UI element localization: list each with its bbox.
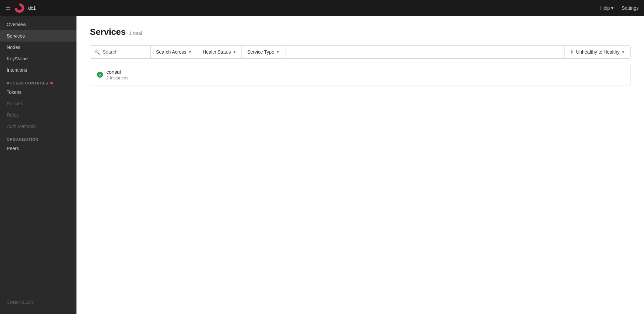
health-status-button[interactable]: Health Status ▼ — [197, 46, 242, 58]
sort-button[interactable]: ⇕ Unhealthy to Healthy ▼ — [564, 46, 630, 58]
topbar-right: Help ▾ Settings — [600, 5, 639, 11]
help-chevron-icon: ▾ — [611, 5, 613, 11]
sidebar-item-services[interactable]: Services — [0, 30, 76, 42]
sidebar-item-roles: Roles — [0, 109, 76, 121]
sidebar-item-label: Policies — [7, 101, 23, 106]
search-box: 🔍 — [90, 46, 151, 58]
settings-link[interactable]: Settings — [622, 5, 639, 11]
service-name: consul — [106, 69, 128, 75]
search-across-label: Search Across — [156, 49, 186, 55]
sort-icon: ⇕ — [570, 49, 574, 55]
topbar-left: ☰ dc1 — [5, 3, 36, 13]
service-details: consul 2 instances — [106, 69, 128, 80]
page-header: Services 1 total — [90, 27, 631, 37]
sidebar-item-peers[interactable]: Peers — [0, 143, 76, 154]
search-input[interactable] — [103, 49, 146, 55]
sidebar-item-label: Tokens — [7, 89, 21, 95]
sidebar-item-label: Overview — [7, 22, 26, 27]
hamburger-icon[interactable]: ☰ — [5, 4, 11, 12]
sidebar-footer: Consul v1.15.0 — [0, 296, 76, 309]
sidebar-nav: Overview Services Nodes Key/Value Intent… — [0, 16, 76, 296]
sidebar-item-label: Intentions — [7, 67, 27, 73]
table-row[interactable]: consul 2 instances — [90, 64, 630, 85]
health-status-chevron-icon: ▼ — [233, 50, 236, 54]
sidebar-item-label: Peers — [7, 146, 19, 151]
access-controls-section: ACCESS CONTROLS — [0, 76, 76, 86]
main-content: Services 1 total 🔍 Search Across ▼ Healt… — [76, 16, 644, 314]
sidebar-item-label: Key/Value — [7, 56, 28, 61]
sidebar-item-label: Services — [7, 33, 25, 39]
sidebar-item-policies: Policies — [0, 98, 76, 109]
organization-label: ORGANIZATION — [7, 137, 39, 141]
sidebar-item-auth-methods: Auth Methods — [0, 121, 76, 132]
service-instances: 2 instances — [106, 75, 128, 80]
sort-label: Unhealthy to Healthy — [576, 49, 620, 55]
sidebar-item-intentions[interactable]: Intentions — [0, 64, 76, 76]
health-passing-icon — [97, 72, 103, 78]
topbar: ☰ dc1 Help ▾ Settings — [0, 0, 644, 16]
sidebar-item-tokens[interactable]: Tokens — [0, 86, 76, 98]
consul-logo-icon — [15, 3, 24, 13]
search-across-button[interactable]: Search Across ▼ — [151, 46, 197, 58]
settings-label: Settings — [622, 5, 639, 11]
sidebar-item-keyvalue[interactable]: Key/Value — [0, 53, 76, 64]
page-title: Services — [90, 27, 126, 37]
version-label: Consul v1.15.0 — [7, 300, 34, 305]
page-count: 1 total — [129, 30, 142, 36]
service-type-chevron-icon: ▼ — [276, 50, 280, 54]
sidebar-item-overview[interactable]: Overview — [0, 19, 76, 30]
sidebar-item-label: Auth Methods — [7, 124, 36, 129]
service-type-button[interactable]: Service Type ▼ — [242, 46, 285, 58]
app-body: Overview Services Nodes Key/Value Intent… — [0, 16, 644, 314]
sidebar-item-label: Roles — [7, 112, 19, 118]
organization-section: ORGANIZATION — [0, 132, 76, 143]
access-controls-label: ACCESS CONTROLS — [7, 81, 48, 85]
dc-label: dc1 — [28, 5, 36, 11]
help-link[interactable]: Help ▾ — [600, 5, 614, 11]
help-label: Help — [600, 5, 610, 11]
health-status-label: Health Status — [203, 49, 231, 55]
search-icon: 🔍 — [94, 49, 100, 55]
search-across-chevron-icon: ▼ — [188, 50, 192, 54]
sort-chevron-icon: ▼ — [622, 50, 625, 54]
sidebar: Overview Services Nodes Key/Value Intent… — [0, 16, 76, 314]
service-type-label: Service Type — [247, 49, 274, 55]
access-controls-dot-icon — [50, 82, 53, 84]
service-list: consul 2 instances — [90, 64, 631, 85]
sidebar-item-nodes[interactable]: Nodes — [0, 42, 76, 53]
filter-bar: 🔍 Search Across ▼ Health Status ▼ Servic… — [90, 45, 631, 59]
sidebar-item-label: Nodes — [7, 45, 20, 50]
